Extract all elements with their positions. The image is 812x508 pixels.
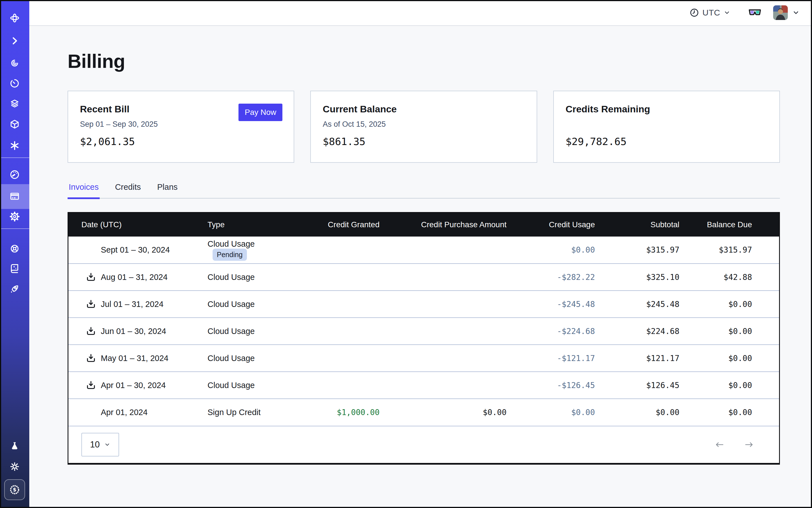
user-menu-toggle[interactable] xyxy=(792,9,800,16)
download-icon xyxy=(85,271,96,283)
download-slot xyxy=(85,407,96,418)
next-page-button[interactable] xyxy=(744,441,754,448)
credits-remaining-card: Credits Remaining $29,782.65 xyxy=(553,91,780,163)
download-invoice-button[interactable] xyxy=(85,271,96,283)
avatar[interactable] xyxy=(773,5,788,20)
sidebar: $ xyxy=(0,0,29,508)
credit-usage: $0.00 xyxy=(507,237,595,263)
orbit-logo-icon xyxy=(9,13,20,24)
download-icon xyxy=(85,298,96,310)
svg-text:$: $ xyxy=(13,486,16,493)
invoice-date: Jul 01 – 31, 2024 xyxy=(101,300,164,309)
table-row: Apr 01, 2024 Sign Up Credit $1,000.00 $0… xyxy=(69,399,779,426)
invoices-table: Date (UTC) Type Credit Granted Credit Pu… xyxy=(68,212,780,465)
current-balance-amount: $861.35 xyxy=(323,136,366,147)
download-icon xyxy=(85,352,96,364)
billing-page: Billing Recent Bill Sep 01 – Sep 30, 202… xyxy=(29,27,812,508)
sidebar-item-nexus[interactable] xyxy=(9,119,20,130)
sidebar-item-theme[interactable] xyxy=(9,461,20,472)
sidebar-item-labs[interactable] xyxy=(9,441,20,452)
invoice-date: Aug 01 – 31, 2024 xyxy=(101,272,168,282)
credit-usage: -$282.22 xyxy=(507,263,595,291)
sidebar-item-workflows[interactable] xyxy=(9,36,20,46)
col-date: Date (UTC) xyxy=(69,213,208,237)
subtotal: $245.48 xyxy=(595,291,679,318)
balance-due: $42.88 xyxy=(679,263,779,291)
invoice-date: Apr 01 – 30, 2024 xyxy=(101,381,166,390)
page-title: Billing xyxy=(68,50,780,72)
chevron-down-icon xyxy=(724,9,730,16)
sidebar-item-support[interactable] xyxy=(9,243,20,254)
sidebar-item-docs[interactable] xyxy=(9,263,20,274)
credit-usage: $0.00 xyxy=(507,399,595,426)
timezone-selector[interactable]: UTC xyxy=(689,8,730,17)
balance-due: $0.00 xyxy=(679,318,779,345)
current-balance-card: Current Balance As of Oct 15, 2025 $861.… xyxy=(310,91,537,163)
subtotal: $325.10 xyxy=(595,263,679,291)
credit-granted xyxy=(286,372,380,399)
credit-purchase-amount xyxy=(380,263,507,291)
download-icon xyxy=(85,326,96,337)
table-row: Aug 01 – 31, 2024 Cloud Usage -$282.22 $… xyxy=(69,263,779,291)
card-title: Current Balance xyxy=(323,103,397,115)
layers-icon xyxy=(9,98,20,109)
tab-credits[interactable]: Credits xyxy=(114,182,142,198)
chevron-down-icon xyxy=(104,441,111,448)
glasses-icon xyxy=(748,6,762,20)
tab-invoices[interactable]: Invoices xyxy=(68,182,100,198)
credit-usage: -$224.68 xyxy=(507,318,595,345)
download-slot xyxy=(85,245,96,256)
sidebar-item-usage[interactable] xyxy=(9,169,20,180)
pay-now-button[interactable]: Pay Now xyxy=(239,103,283,121)
invoice-type: Cloud Usage xyxy=(208,239,255,248)
sidebar-item-getting-started[interactable] xyxy=(9,284,20,294)
sidebar-item-billing[interactable] xyxy=(9,191,20,202)
invoice-type: Sign Up Credit xyxy=(208,408,261,417)
table-row: Jun 01 – 30, 2024 Cloud Usage -$224.68 $… xyxy=(69,318,779,345)
sidebar-item-schedules[interactable] xyxy=(9,78,20,89)
rocket-icon xyxy=(9,284,20,294)
page-size-select[interactable]: 10 xyxy=(81,433,119,457)
download-invoice-button[interactable] xyxy=(85,326,96,337)
sidebar-item-settings[interactable] xyxy=(9,211,20,222)
topbar: UTC xyxy=(29,0,812,26)
sidebar-item-logo[interactable] xyxy=(9,13,20,24)
credit-granted xyxy=(286,318,380,345)
download-invoice-button[interactable] xyxy=(85,380,96,391)
prev-page-button[interactable] xyxy=(714,441,724,448)
sidebar-item-deployments[interactable] xyxy=(9,98,20,109)
credit-usage: -$121.17 xyxy=(507,345,595,372)
arrow-left-icon xyxy=(714,441,724,448)
invoice-date: Apr 01, 2024 xyxy=(101,408,147,417)
sidebar-item-batch[interactable] xyxy=(9,140,20,151)
credits-remaining-amount: $29,782.65 xyxy=(566,136,627,147)
status-badge: Pending xyxy=(213,249,247,261)
credit-usage: -$245.48 xyxy=(507,291,595,318)
clock-icon xyxy=(689,8,699,17)
labs-glasses-button[interactable] xyxy=(748,6,762,20)
balance-due: $0.00 xyxy=(679,399,779,426)
table-row: Jul 01 – 31, 2024 Cloud Usage -$245.48 $… xyxy=(69,291,779,318)
table-row: Apr 01 – 30, 2024 Cloud Usage -$126.45 $… xyxy=(69,372,779,399)
download-invoice-button[interactable] xyxy=(85,298,96,310)
book-sparkle-icon xyxy=(9,263,20,274)
credit-purchase-amount xyxy=(380,318,507,345)
download-invoice-button[interactable] xyxy=(85,352,96,364)
col-type: Type xyxy=(208,213,286,237)
credit-purchase-amount xyxy=(380,372,507,399)
col-credit-purchase: Credit Purchase Amount xyxy=(380,213,507,237)
invoice-type: Cloud Usage xyxy=(208,354,255,363)
recent-bill-card: Recent Bill Sep 01 – Sep 30, 2025 $2,061… xyxy=(68,91,294,163)
asterisk-icon xyxy=(9,140,20,151)
invoice-date: Sept 01 – 30, 2024 xyxy=(101,245,170,255)
col-credit-usage: Credit Usage xyxy=(507,213,595,237)
credit-usage: -$126.45 xyxy=(507,372,595,399)
invoice-date: May 01 – 31, 2024 xyxy=(101,354,168,363)
billing-period: Sep 01 – Sep 30, 2025 xyxy=(80,120,158,129)
sidebar-item-namespaces[interactable] xyxy=(9,58,20,69)
summary-cards: Recent Bill Sep 01 – Sep 30, 2025 $2,061… xyxy=(68,91,780,163)
col-balance-due: Balance Due xyxy=(679,213,779,237)
sun-icon xyxy=(9,461,20,472)
tab-plans[interactable]: Plans xyxy=(156,182,179,198)
sidebar-item-pricing[interactable]: $ xyxy=(4,479,25,500)
